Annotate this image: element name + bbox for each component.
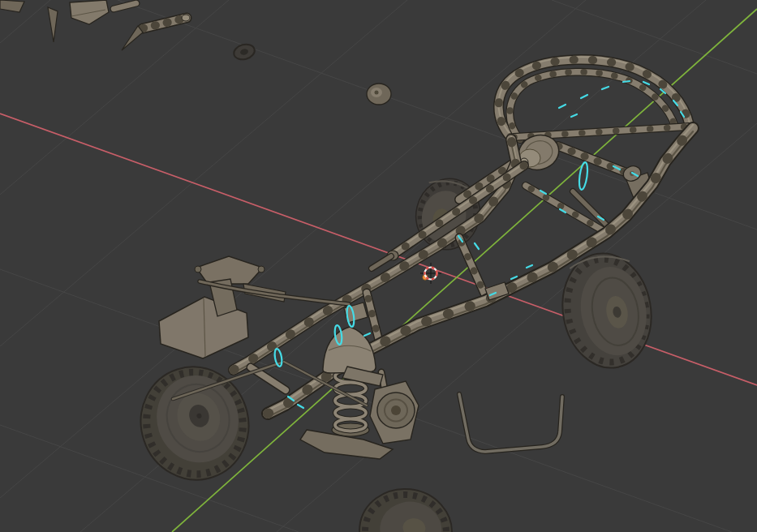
- ball-joint: [258, 266, 265, 272]
- selected-edge: [623, 81, 630, 82]
- hub-center: [375, 91, 379, 95]
- loose-hub-cap[interactable]: [367, 84, 391, 105]
- cylinder-cap: [182, 15, 190, 21]
- ball-joint: [195, 266, 201, 272]
- rotor-hub: [391, 405, 401, 415]
- viewport-3d[interactable]: [0, 0, 757, 532]
